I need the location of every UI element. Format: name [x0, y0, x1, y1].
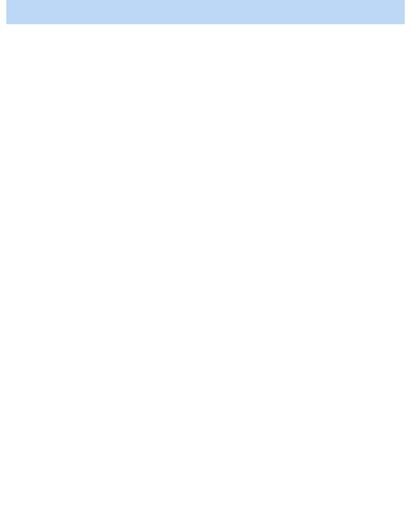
top-banner: [6, 0, 405, 24]
